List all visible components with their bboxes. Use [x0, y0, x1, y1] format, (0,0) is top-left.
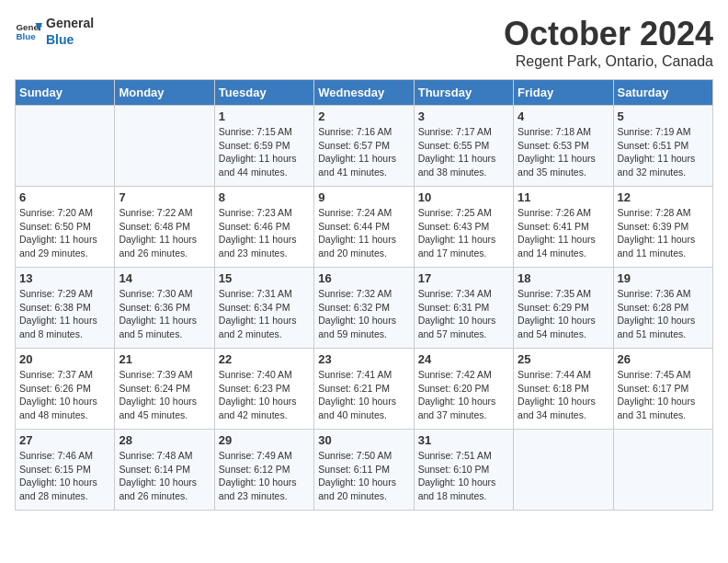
- day-number: 4: [518, 109, 609, 123]
- calendar-cell: 6Sunrise: 7:20 AM Sunset: 6:50 PM Daylig…: [16, 187, 115, 268]
- day-number: 12: [618, 190, 709, 204]
- day-number: 21: [119, 352, 210, 366]
- day-detail: Sunrise: 7:25 AM Sunset: 6:43 PM Dayligh…: [418, 206, 509, 260]
- day-number: 22: [219, 352, 310, 366]
- day-number: 31: [418, 433, 509, 447]
- calendar-week-2: 6Sunrise: 7:20 AM Sunset: 6:50 PM Daylig…: [16, 187, 713, 268]
- calendar-cell: 20Sunrise: 7:37 AM Sunset: 6:26 PM Dayli…: [16, 349, 115, 430]
- logo: General Blue General Blue: [15, 15, 94, 48]
- day-number: 24: [418, 352, 509, 366]
- day-number: 2: [318, 109, 409, 123]
- day-number: 9: [318, 190, 409, 204]
- day-detail: Sunrise: 7:51 AM Sunset: 6:10 PM Dayligh…: [418, 449, 509, 503]
- day-number: 23: [318, 352, 409, 366]
- header-saturday: Saturday: [613, 80, 712, 106]
- day-number: 1: [219, 109, 310, 123]
- day-detail: Sunrise: 7:31 AM Sunset: 6:34 PM Dayligh…: [219, 287, 310, 341]
- day-number: 25: [518, 352, 609, 366]
- day-detail: Sunrise: 7:17 AM Sunset: 6:55 PM Dayligh…: [418, 125, 509, 179]
- title-block: October 2024 Regent Park, Ontario, Canad…: [504, 15, 713, 70]
- calendar-cell: 9Sunrise: 7:24 AM Sunset: 6:44 PM Daylig…: [314, 187, 414, 268]
- calendar-cell: 27Sunrise: 7:46 AM Sunset: 6:15 PM Dayli…: [16, 430, 115, 511]
- day-detail: Sunrise: 7:22 AM Sunset: 6:48 PM Dayligh…: [119, 206, 210, 260]
- header-friday: Friday: [514, 80, 613, 106]
- calendar-week-3: 13Sunrise: 7:29 AM Sunset: 6:38 PM Dayli…: [16, 268, 713, 349]
- day-detail: Sunrise: 7:39 AM Sunset: 6:24 PM Dayligh…: [119, 368, 210, 422]
- subtitle: Regent Park, Ontario, Canada: [504, 53, 713, 70]
- day-number: 11: [518, 190, 609, 204]
- day-detail: Sunrise: 7:36 AM Sunset: 6:28 PM Dayligh…: [618, 287, 709, 341]
- calendar-cell: 2Sunrise: 7:16 AM Sunset: 6:57 PM Daylig…: [314, 106, 414, 187]
- day-number: 15: [219, 271, 310, 285]
- day-detail: Sunrise: 7:45 AM Sunset: 6:17 PM Dayligh…: [618, 368, 709, 422]
- header-sunday: Sunday: [16, 80, 115, 106]
- day-detail: Sunrise: 7:28 AM Sunset: 6:39 PM Dayligh…: [618, 206, 709, 260]
- day-detail: Sunrise: 7:40 AM Sunset: 6:23 PM Dayligh…: [219, 368, 310, 422]
- calendar-cell: 19Sunrise: 7:36 AM Sunset: 6:28 PM Dayli…: [613, 268, 712, 349]
- day-detail: Sunrise: 7:30 AM Sunset: 6:36 PM Dayligh…: [119, 287, 210, 341]
- day-number: 13: [19, 271, 110, 285]
- logo-icon: General Blue: [15, 17, 42, 45]
- day-number: 6: [19, 190, 110, 204]
- calendar-cell: 30Sunrise: 7:50 AM Sunset: 6:11 PM Dayli…: [314, 430, 414, 511]
- day-detail: Sunrise: 7:32 AM Sunset: 6:32 PM Dayligh…: [318, 287, 409, 341]
- day-detail: Sunrise: 7:42 AM Sunset: 6:20 PM Dayligh…: [418, 368, 509, 422]
- calendar-cell: 31Sunrise: 7:51 AM Sunset: 6:10 PM Dayli…: [414, 430, 513, 511]
- day-detail: Sunrise: 7:29 AM Sunset: 6:38 PM Dayligh…: [19, 287, 110, 341]
- day-detail: Sunrise: 7:23 AM Sunset: 6:46 PM Dayligh…: [219, 206, 310, 260]
- logo-text-blue: Blue: [46, 32, 74, 47]
- calendar-cell: 26Sunrise: 7:45 AM Sunset: 6:17 PM Dayli…: [613, 349, 712, 430]
- calendar-week-4: 20Sunrise: 7:37 AM Sunset: 6:26 PM Dayli…: [16, 349, 713, 430]
- day-number: 16: [318, 271, 409, 285]
- calendar-cell: [613, 430, 712, 511]
- day-number: 8: [219, 190, 310, 204]
- calendar-cell: 25Sunrise: 7:44 AM Sunset: 6:18 PM Dayli…: [514, 349, 613, 430]
- calendar-cell: 8Sunrise: 7:23 AM Sunset: 6:46 PM Daylig…: [214, 187, 313, 268]
- day-number: 5: [618, 109, 709, 123]
- day-detail: Sunrise: 7:26 AM Sunset: 6:41 PM Dayligh…: [518, 206, 609, 260]
- header-monday: Monday: [115, 80, 214, 106]
- day-detail: Sunrise: 7:37 AM Sunset: 6:26 PM Dayligh…: [19, 368, 110, 422]
- header-thursday: Thursday: [414, 80, 513, 106]
- header-tuesday: Tuesday: [214, 80, 313, 106]
- calendar-cell: 15Sunrise: 7:31 AM Sunset: 6:34 PM Dayli…: [214, 268, 313, 349]
- day-number: 26: [618, 352, 709, 366]
- calendar-cell: 10Sunrise: 7:25 AM Sunset: 6:43 PM Dayli…: [414, 187, 513, 268]
- day-detail: Sunrise: 7:46 AM Sunset: 6:15 PM Dayligh…: [19, 449, 110, 503]
- day-detail: Sunrise: 7:50 AM Sunset: 6:11 PM Dayligh…: [318, 449, 409, 503]
- calendar-cell: 1Sunrise: 7:15 AM Sunset: 6:59 PM Daylig…: [214, 106, 313, 187]
- calendar-cell: [115, 106, 214, 187]
- day-detail: Sunrise: 7:49 AM Sunset: 6:12 PM Dayligh…: [219, 449, 310, 503]
- day-detail: Sunrise: 7:16 AM Sunset: 6:57 PM Dayligh…: [318, 125, 409, 179]
- calendar-cell: 7Sunrise: 7:22 AM Sunset: 6:48 PM Daylig…: [115, 187, 214, 268]
- calendar-cell: 12Sunrise: 7:28 AM Sunset: 6:39 PM Dayli…: [613, 187, 712, 268]
- day-number: 10: [418, 190, 509, 204]
- header-wednesday: Wednesday: [314, 80, 414, 106]
- main-title: October 2024: [504, 15, 713, 53]
- day-detail: Sunrise: 7:44 AM Sunset: 6:18 PM Dayligh…: [518, 368, 609, 422]
- day-detail: Sunrise: 7:48 AM Sunset: 6:14 PM Dayligh…: [119, 449, 210, 503]
- calendar-cell: 13Sunrise: 7:29 AM Sunset: 6:38 PM Dayli…: [16, 268, 115, 349]
- calendar-cell: 28Sunrise: 7:48 AM Sunset: 6:14 PM Dayli…: [115, 430, 214, 511]
- calendar-cell: 17Sunrise: 7:34 AM Sunset: 6:31 PM Dayli…: [414, 268, 513, 349]
- day-number: 30: [318, 433, 409, 447]
- calendar-table: SundayMondayTuesdayWednesdayThursdayFrid…: [15, 79, 713, 511]
- day-detail: Sunrise: 7:35 AM Sunset: 6:29 PM Dayligh…: [518, 287, 609, 341]
- day-detail: Sunrise: 7:24 AM Sunset: 6:44 PM Dayligh…: [318, 206, 409, 260]
- calendar-cell: 29Sunrise: 7:49 AM Sunset: 6:12 PM Dayli…: [214, 430, 313, 511]
- calendar-cell: 4Sunrise: 7:18 AM Sunset: 6:53 PM Daylig…: [514, 106, 613, 187]
- day-detail: Sunrise: 7:18 AM Sunset: 6:53 PM Dayligh…: [518, 125, 609, 179]
- day-number: 17: [418, 271, 509, 285]
- day-number: 19: [618, 271, 709, 285]
- calendar-cell: 3Sunrise: 7:17 AM Sunset: 6:55 PM Daylig…: [414, 106, 513, 187]
- calendar-header-row: SundayMondayTuesdayWednesdayThursdayFrid…: [16, 80, 713, 106]
- day-detail: Sunrise: 7:19 AM Sunset: 6:51 PM Dayligh…: [618, 125, 709, 179]
- logo-text-general: General: [46, 16, 94, 30]
- day-number: 7: [119, 190, 210, 204]
- calendar-cell: [514, 430, 613, 511]
- calendar-cell: 14Sunrise: 7:30 AM Sunset: 6:36 PM Dayli…: [115, 268, 214, 349]
- day-detail: Sunrise: 7:41 AM Sunset: 6:21 PM Dayligh…: [318, 368, 409, 422]
- calendar-cell: 23Sunrise: 7:41 AM Sunset: 6:21 PM Dayli…: [314, 349, 414, 430]
- calendar-cell: 18Sunrise: 7:35 AM Sunset: 6:29 PM Dayli…: [514, 268, 613, 349]
- calendar-cell: 5Sunrise: 7:19 AM Sunset: 6:51 PM Daylig…: [613, 106, 712, 187]
